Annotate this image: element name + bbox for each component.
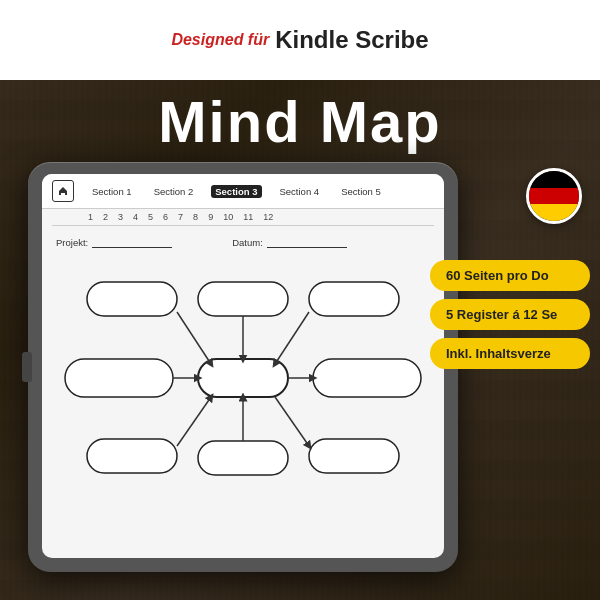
tablet-outer-frame: Section 1 Section 2 Section 3 Section 4 … bbox=[28, 162, 458, 572]
badge-1-text: 60 Seiten pro Do bbox=[446, 268, 549, 283]
projekt-input[interactable] bbox=[92, 236, 172, 248]
section-2-tab[interactable]: Section 2 bbox=[150, 185, 198, 198]
page-num-10[interactable]: 10 bbox=[223, 212, 233, 222]
svg-rect-13 bbox=[198, 441, 288, 475]
datum-input[interactable] bbox=[267, 236, 347, 248]
page-num-1[interactable]: 1 bbox=[88, 212, 93, 222]
svg-rect-7 bbox=[65, 359, 173, 397]
banner-italic-text: Designed für bbox=[171, 31, 269, 49]
section-1-tab[interactable]: Section 1 bbox=[88, 185, 136, 198]
svg-rect-1 bbox=[198, 282, 288, 316]
svg-rect-11 bbox=[87, 439, 177, 473]
flag-red-stripe bbox=[529, 188, 579, 205]
banner-bold-text: Kindle Scribe bbox=[275, 26, 428, 54]
svg-line-16 bbox=[275, 397, 309, 446]
mindmap-svg bbox=[42, 254, 444, 504]
svg-rect-5 bbox=[309, 282, 399, 316]
datum-label: Datum: bbox=[232, 236, 347, 248]
page-num-3[interactable]: 3 bbox=[118, 212, 123, 222]
tablet-device: Section 1 Section 2 Section 3 Section 4 … bbox=[28, 162, 458, 572]
badge-3: Inkl. Inhaltsverze bbox=[430, 338, 590, 369]
section-3-tab[interactable]: Section 3 bbox=[211, 185, 261, 198]
top-banner: Designed für Kindle Scribe bbox=[0, 0, 600, 80]
tablet-screen: Section 1 Section 2 Section 3 Section 4 … bbox=[42, 174, 444, 558]
numbers-row: 1 2 3 4 5 6 7 8 9 10 11 12 bbox=[78, 209, 444, 225]
page-num-11[interactable]: 11 bbox=[243, 212, 253, 222]
svg-line-12 bbox=[177, 397, 211, 446]
page-num-2[interactable]: 2 bbox=[103, 212, 108, 222]
page-num-8[interactable]: 8 bbox=[193, 212, 198, 222]
projekt-datum-row: Projekt: Datum: bbox=[42, 226, 444, 254]
info-badges: 60 Seiten pro Do 5 Register á 12 Se Inkl… bbox=[430, 260, 590, 369]
badge-2-text: 5 Register á 12 Se bbox=[446, 307, 557, 322]
mindmap-area bbox=[42, 254, 444, 504]
svg-rect-3 bbox=[87, 282, 177, 316]
page-num-7[interactable]: 7 bbox=[178, 212, 183, 222]
svg-rect-9 bbox=[313, 359, 421, 397]
tablet-side-button[interactable] bbox=[22, 352, 32, 382]
badge-1: 60 Seiten pro Do bbox=[430, 260, 590, 291]
datum-text: Datum: bbox=[232, 237, 263, 248]
badge-3-text: Inkl. Inhaltsverze bbox=[446, 346, 551, 361]
title-section: Mind Map bbox=[0, 88, 600, 155]
svg-rect-0 bbox=[198, 359, 288, 397]
screen-header: Section 1 Section 2 Section 3 Section 4 … bbox=[42, 174, 444, 209]
sections-row: Section 1 Section 2 Section 3 Section 4 … bbox=[88, 185, 385, 198]
projekt-label: Projekt: bbox=[56, 236, 172, 248]
page-num-4[interactable]: 4 bbox=[133, 212, 138, 222]
svg-line-4 bbox=[177, 312, 211, 364]
page-num-12[interactable]: 12 bbox=[263, 212, 273, 222]
section-5-tab[interactable]: Section 5 bbox=[337, 185, 385, 198]
german-flag bbox=[526, 168, 582, 224]
home-icon[interactable] bbox=[52, 180, 74, 202]
page-num-5[interactable]: 5 bbox=[148, 212, 153, 222]
badge-2: 5 Register á 12 Se bbox=[430, 299, 590, 330]
page-num-9[interactable]: 9 bbox=[208, 212, 213, 222]
flag-black-stripe bbox=[529, 171, 579, 188]
page-title: Mind Map bbox=[0, 88, 600, 155]
projekt-text: Projekt: bbox=[56, 237, 88, 248]
page-num-6[interactable]: 6 bbox=[163, 212, 168, 222]
section-4-tab[interactable]: Section 4 bbox=[276, 185, 324, 198]
svg-line-6 bbox=[275, 312, 309, 364]
svg-rect-15 bbox=[309, 439, 399, 473]
